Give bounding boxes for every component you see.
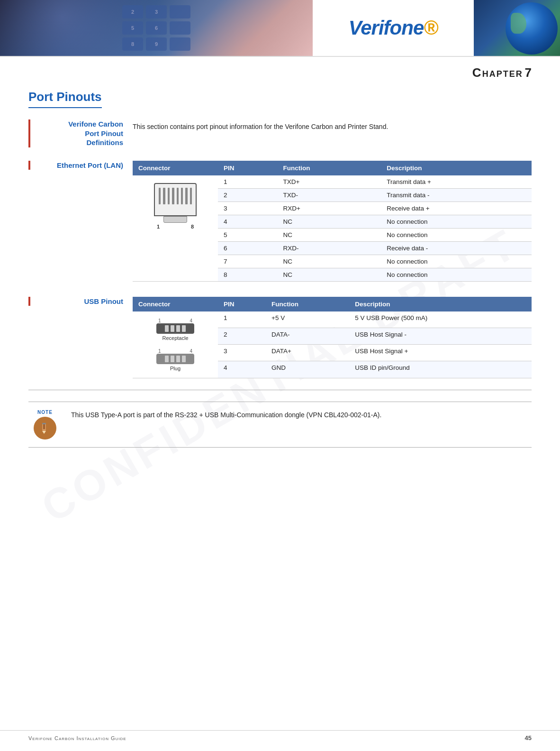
sidebar-label-intro: Verifone Carbon Port Pinout Definitions (28, 119, 133, 147)
usb-content: Connector PIN Function Description (133, 297, 532, 378)
usb-p-pin-4 (182, 356, 186, 362)
usb-receptacle-diagram: 1 4 Receptacle (156, 318, 194, 341)
svg-rect-1 (43, 424, 45, 429)
eth-pin-8: 8 (218, 268, 278, 281)
usb-func-1: +5 V (266, 311, 349, 328)
rj45-tab (163, 216, 187, 223)
rj45-pin-4 (172, 188, 174, 204)
usb-r-pin-4 (182, 325, 186, 332)
eth-desc-4: No connection (381, 215, 532, 228)
usb-pin-4: 4 (218, 361, 266, 378)
eth-pin-4: 4 (218, 215, 278, 228)
usb-receptacle-body (156, 323, 194, 334)
rj45-pin-2 (163, 188, 165, 204)
chapter-number: 7 (525, 65, 532, 80)
usb-p-pin-2 (171, 356, 174, 362)
rj45-pin-6 (181, 188, 183, 204)
eth-func-1: TXD+ (278, 175, 381, 189)
eth-desc-8: No connection (381, 268, 532, 281)
page-header: 2 3 5 6 8 9 Verifone® (0, 0, 560, 57)
usb-plug-diagram: 1 4 Plug (156, 348, 194, 371)
usb-p-pin-3 (176, 356, 180, 362)
usb-connector-cell: 1 4 Receptacle (133, 311, 218, 378)
rj45-pin-3 (168, 188, 170, 204)
usb-section: USB Pinout Connector PIN Function Descri… (28, 297, 532, 378)
table-row: 1 4 Receptacle (133, 311, 532, 328)
note-box: NOTE This USB Type-A port is part of the… (28, 402, 532, 448)
eth-desc-2: Transmit data - (381, 188, 532, 201)
eth-desc-7: No connection (381, 255, 532, 268)
usb-r-pin-1 (165, 325, 169, 332)
usb-receptacle-label: Receptacle (156, 335, 194, 341)
logo-registered: ® (424, 17, 438, 39)
note-badge: NOTE (28, 410, 62, 415)
sidebar-label-ethernet: Ethernet Port (LAN) (28, 161, 133, 170)
eth-desc-6: Receive data - (381, 241, 532, 255)
note-icon-wrap: NOTE (28, 410, 62, 440)
eth-desc-5: No connection (381, 228, 532, 241)
usb-desc-2: USB Host Signal - (349, 328, 532, 344)
note-text: This USB Type-A port is part of the RS-2… (71, 410, 381, 420)
chapter-heading: Chapter 7 (0, 57, 560, 85)
header-right-image (474, 0, 560, 56)
rj45-label-8: 8 (191, 224, 194, 229)
footer-page-number: 45 (525, 734, 532, 742)
ethernet-table: Connector PIN Function Description (133, 161, 532, 282)
eth-func-8: NC (278, 268, 381, 281)
eth-pin-2: 2 (218, 188, 278, 201)
note-icon (34, 417, 56, 440)
eth-func-2: TXD- (278, 188, 381, 201)
eth-func-5: NC (278, 228, 381, 241)
usb-pin-2: 2 (218, 328, 266, 344)
eth-col-pin: PIN (218, 161, 278, 175)
usb-desc-3: USB Host Signal + (349, 344, 532, 361)
chapter-label: Chapter (472, 65, 523, 80)
usb-r-pin-3 (176, 325, 180, 332)
usb-col-connector: Connector (133, 297, 218, 311)
rj45-label-1: 1 (157, 224, 160, 229)
intro-paragraph: This section contains port pinout inform… (133, 121, 532, 132)
usb-plug-nums: 1 4 (156, 348, 194, 354)
rj45-diagram: 1 8 (154, 183, 197, 230)
header-logo-area: Verifone® (313, 0, 474, 56)
page-title: Port Pinouts (28, 90, 102, 108)
eth-col-function: Function (278, 161, 381, 175)
ethernet-content: Connector PIN Function Description (133, 161, 532, 282)
usb-label: USB Pinout (34, 297, 123, 306)
usb-func-4: GND (266, 361, 349, 378)
eth-pin-5: 5 (218, 228, 278, 241)
eth-func-4: NC (278, 215, 381, 228)
eth-desc-1: Transmit data + (381, 175, 532, 189)
ethernet-label: Ethernet Port (LAN) (34, 161, 123, 170)
header-left-image: 2 3 5 6 8 9 (0, 0, 313, 56)
eth-col-connector: Connector (133, 161, 218, 175)
usb-desc-1: 5 V USB Power (500 mA) (349, 311, 532, 328)
eth-desc-3: Receive data + (381, 201, 532, 215)
rj45-pin-8 (190, 188, 192, 204)
usb-pin-1: 1 (218, 311, 266, 328)
usb-func-3: DATA+ (266, 344, 349, 361)
eth-col-description: Description (381, 161, 532, 175)
eth-pin-3: 3 (218, 201, 278, 215)
page-footer: Verifone Carbon Installation Guide 45 (0, 730, 560, 742)
rj45-pin-1 (159, 188, 161, 204)
header-keypad-bg: 2 3 5 6 8 9 (0, 0, 313, 56)
eth-func-6: RXD- (278, 241, 381, 255)
verifone-logo: Verifone® (349, 17, 438, 39)
eth-pin-6: 6 (218, 241, 278, 255)
usb-p-pin-1 (165, 356, 169, 362)
note-pencil-svg (38, 421, 52, 435)
eth-func-3: RXD+ (278, 201, 381, 215)
usb-col-pin: PIN (218, 297, 266, 311)
usb-r-pin-2 (171, 325, 174, 332)
rj45-pin-labels: 1 8 (154, 223, 197, 230)
footer-title: Verifone Carbon Installation Guide (28, 735, 126, 741)
usb-func-2: DATA- (266, 328, 349, 344)
rj45-pin-7 (185, 188, 187, 204)
eth-connector-cell: 1 8 (133, 175, 218, 282)
usb-col-description: Description (349, 297, 532, 311)
usb-pin-3: 3 (218, 344, 266, 361)
sidebar-label-usb: USB Pinout (28, 297, 133, 306)
intro-section: Verifone Carbon Port Pinout Definitions … (28, 119, 532, 147)
globe-icon (506, 2, 558, 55)
